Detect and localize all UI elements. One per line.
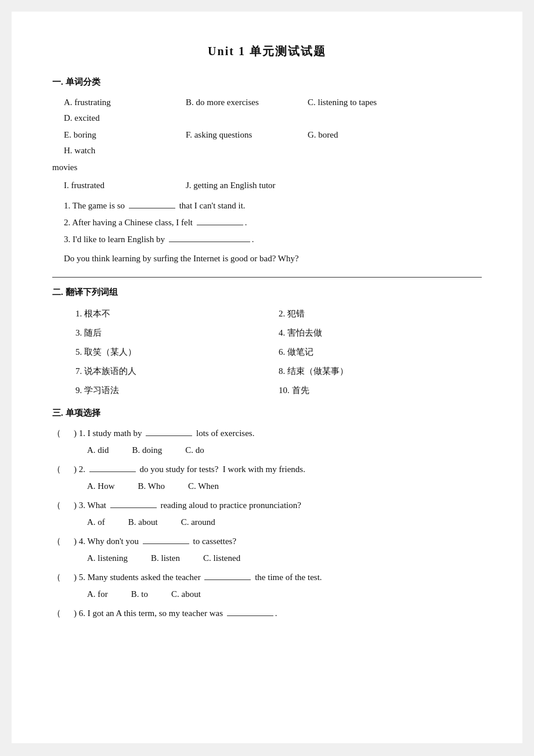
- vocab-row-3: I. frustrated J. getting an English tuto…: [52, 178, 482, 193]
- mc-question-text: ) 1. I study math by lots of exercises.: [74, 426, 254, 441]
- mc-answer-blank: [62, 570, 73, 585]
- vocab-row-2: E. boring F. asking questions G. bored H…: [52, 127, 482, 159]
- mc-item-2: （ ) 2. do you study for tests? I work wi…: [52, 462, 482, 494]
- mc-option-c: C. do: [185, 442, 204, 458]
- mc-option-a: A. listening: [87, 550, 128, 566]
- mc-open-paren: （: [52, 606, 61, 621]
- vocab-item: E. boring: [64, 127, 168, 143]
- translation-item: 10. 首先: [279, 381, 482, 399]
- translation-item: 5. 取笑（某人）: [75, 343, 279, 361]
- mc-question-6: （ ) 6. I got an A this term, so my teach…: [52, 606, 482, 621]
- blank-2: [197, 225, 243, 225]
- vocab-row-1: A. frustrating B. do more exercises C. l…: [52, 95, 482, 126]
- translation-grid: 1. 根本不 2. 犯错 3. 随后 4. 害怕去做 5. 取笑（某人） 6. …: [52, 305, 482, 399]
- translation-item: 6. 做笔记: [279, 343, 482, 361]
- blank: [146, 435, 192, 436]
- blank: [227, 615, 273, 616]
- mc-options-2: A. How B. Who C. When: [52, 478, 482, 494]
- mc-option-a: A. for: [87, 586, 108, 602]
- extra-question: Do you think learning by surfing the Int…: [52, 251, 482, 267]
- mc-question-text: ) 5. Many students asked the teacher the…: [74, 570, 322, 585]
- mc-option-c: C. listened: [203, 550, 240, 566]
- vocab-item: C. listening to tapes: [308, 95, 412, 110]
- mc-option-b: B. Who: [138, 478, 165, 494]
- mc-option-c: C. around: [181, 514, 215, 530]
- blank: [204, 579, 251, 580]
- section3-title: 三. 单项选择: [52, 405, 482, 421]
- page-title: Unit 1 单元测试试题: [52, 41, 482, 62]
- vocab-item: G. bored: [308, 127, 412, 143]
- mc-option-a: A. of: [87, 514, 105, 530]
- mc-answer-blank: [62, 462, 73, 477]
- translation-item: 7. 说本族语的人: [75, 362, 279, 380]
- blank: [110, 507, 157, 508]
- mc-option-a: A. How: [87, 478, 115, 494]
- mc-option-b: B. doing: [132, 442, 163, 458]
- mc-option-c: C. When: [188, 478, 219, 494]
- vocab-item: B. do more exercises: [186, 95, 290, 110]
- vocab-item: J. getting an English tutor: [186, 178, 290, 193]
- vocab-item: I. frustrated: [64, 178, 168, 193]
- mc-option-b: B. to: [131, 586, 148, 602]
- mc-answer-blank: [62, 498, 73, 513]
- mc-open-paren: （: [52, 534, 61, 549]
- mc-open-paren: （: [52, 570, 61, 585]
- mc-question-1: （ ) 1. I study math by lots of exercises…: [52, 426, 482, 441]
- mc-question-2: （ ) 2. do you study for tests? I work wi…: [52, 462, 482, 477]
- vocab-item: F. asking questions: [186, 127, 290, 143]
- mc-answer-blank: [62, 606, 73, 621]
- mc-question-text: ) 3. What reading aloud to practice pron…: [74, 498, 301, 513]
- mc-open-paren: （: [52, 462, 61, 477]
- mc-question-5: （ ) 5. Many students asked the teacher t…: [52, 570, 482, 585]
- fill-blank-1: 1. The game is so that I can't stand it.: [52, 198, 482, 214]
- mc-item-3: （ ) 3. What reading aloud to practice pr…: [52, 498, 482, 530]
- vocab-item: D. excited: [64, 110, 168, 126]
- translation-item: 3. 随后: [75, 324, 279, 342]
- mc-options-5: A. for B. to C. about: [52, 586, 482, 602]
- blank: [89, 471, 136, 472]
- mc-option-b: B. listen: [151, 550, 180, 566]
- mc-question-4: （ ) 4. Why don't you to cassettes?: [52, 534, 482, 549]
- mc-options-4: A. listening B. listen C. listened: [52, 550, 482, 566]
- divider-1: [52, 277, 482, 278]
- translation-item: 4. 害怕去做: [279, 324, 482, 342]
- vocab-item: A. frustrating: [64, 95, 168, 110]
- mc-open-paren: （: [52, 498, 61, 513]
- mc-options-3: A. of B. about C. around: [52, 514, 482, 530]
- mc-option-a: A. did: [87, 442, 109, 458]
- translation-item: 2. 犯错: [279, 305, 482, 323]
- mc-section: 三. 单项选择 （ ) 1. I study math by lots of e…: [52, 405, 482, 621]
- fill-blank-3: 3. I'd like to learn English by .: [52, 232, 482, 247]
- page: Unit 1 单元测试试题 一. 单词分类 A. frustrating B. …: [12, 12, 522, 743]
- blank: [143, 543, 189, 544]
- mc-question-text: ) 4. Why don't you to cassettes?: [74, 534, 236, 549]
- blank-3: [169, 242, 250, 242]
- fill-blank-2: 2. After having a Chinese class, I felt …: [52, 215, 482, 231]
- section2-title: 二. 翻译下列词组: [52, 285, 482, 300]
- translation-item: 9. 学习语法: [75, 381, 279, 399]
- blank-1: [129, 208, 175, 208]
- section1-title: 一. 单词分类: [52, 74, 482, 90]
- translation-item: 8. 结束（做某事）: [279, 362, 482, 380]
- vocab-item: H. watch: [64, 143, 168, 159]
- mc-answer-blank: [62, 534, 73, 549]
- mc-question-text: ) 6. I got an A this term, so my teacher…: [74, 606, 277, 621]
- mc-item-1: （ ) 1. I study math by lots of exercises…: [52, 426, 482, 458]
- mc-answer-blank: [62, 426, 73, 441]
- mc-item-6: （ ) 6. I got an A this term, so my teach…: [52, 606, 482, 621]
- mc-question-3: （ ) 3. What reading aloud to practice pr…: [52, 498, 482, 513]
- mc-option-c: C. about: [171, 586, 201, 602]
- mc-open-paren: （: [52, 426, 61, 441]
- mc-question-text: ) 2. do you study for tests? I work with…: [74, 462, 305, 477]
- translation-section: 1. 根本不 2. 犯错 3. 随后 4. 害怕去做 5. 取笑（某人） 6. …: [52, 305, 482, 399]
- mc-item-4: （ ) 4. Why don't you to cassettes? A. li…: [52, 534, 482, 566]
- translation-item: 1. 根本不: [75, 305, 279, 323]
- mc-item-5: （ ) 5. Many students asked the teacher t…: [52, 570, 482, 602]
- mc-options-1: A. did B. doing C. do: [52, 442, 482, 458]
- movies-text: movies: [52, 160, 482, 175]
- mc-option-b: B. about: [128, 514, 158, 530]
